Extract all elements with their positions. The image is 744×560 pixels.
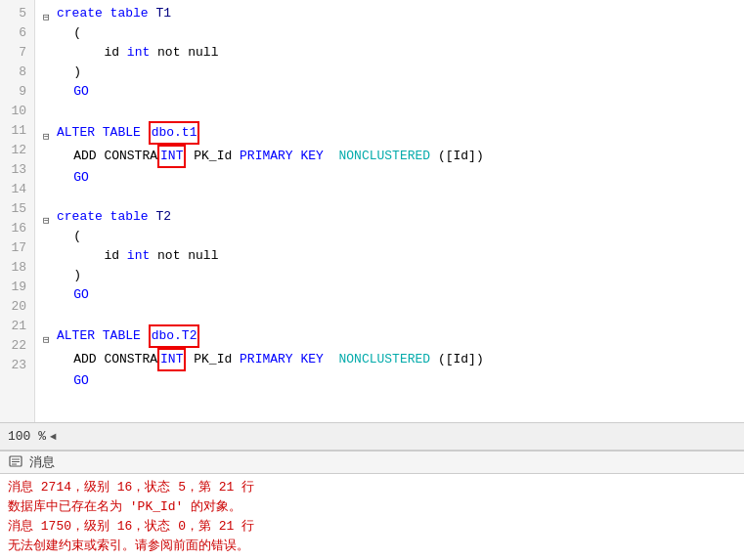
line-number: 21 bbox=[0, 317, 34, 336]
line-number: 17 bbox=[0, 238, 34, 258]
line-number: 9 bbox=[0, 82, 34, 102]
line-number: 7 bbox=[0, 43, 34, 63]
collapse-icon[interactable]: ⊟ bbox=[43, 330, 55, 342]
code-token: id bbox=[43, 43, 127, 63]
code-token: T1 bbox=[155, 4, 171, 23]
messages-label: 消息 bbox=[29, 453, 55, 471]
code-token: T2 bbox=[155, 207, 171, 227]
code-token: ALTER TABLE bbox=[57, 326, 149, 346]
code-token: PRIMARY KEY bbox=[240, 350, 324, 369]
code-token: ( bbox=[43, 227, 81, 246]
line-number: 5 bbox=[0, 4, 34, 23]
scroll-arrow[interactable]: ◄ bbox=[50, 431, 57, 443]
code-line: ADD CONSTRAINT PK_Id PRIMARY KEY NONCLUS… bbox=[43, 348, 736, 371]
code-token: ) bbox=[43, 63, 81, 82]
code-token: PK_Id bbox=[186, 350, 240, 369]
code-token bbox=[324, 147, 339, 166]
code-token: ) bbox=[43, 266, 81, 285]
line-number: 11 bbox=[0, 121, 34, 141]
code-token: GO bbox=[43, 82, 89, 102]
code-token: ( bbox=[43, 23, 81, 43]
code-token: PRIMARY KEY bbox=[240, 147, 324, 166]
collapse-icon[interactable]: ⊟ bbox=[43, 8, 55, 20]
code-line: ⊟ALTER TABLE dbo.T2 bbox=[43, 324, 736, 348]
code-line: ) bbox=[43, 266, 736, 285]
collapse-icon[interactable]: ⊟ bbox=[43, 211, 55, 223]
code-container: 567891011121314151617181920212223 ⊟creat… bbox=[0, 0, 744, 422]
message-line: 消息 2714，级别 16，状态 5，第 21 行 bbox=[8, 478, 736, 497]
code-token: PK_Id bbox=[186, 147, 240, 166]
code-token: GO bbox=[43, 285, 89, 305]
code-line: ( bbox=[43, 227, 736, 246]
code-token: not null bbox=[150, 246, 218, 266]
code-token bbox=[324, 350, 339, 369]
code-line: id int not null bbox=[43, 43, 736, 63]
code-line: id int not null bbox=[43, 246, 736, 266]
code-token: int bbox=[127, 43, 150, 63]
message-icon bbox=[8, 454, 23, 470]
code-line: GO bbox=[43, 285, 736, 305]
code-token: not null bbox=[150, 43, 218, 63]
code-token: ALTER TABLE bbox=[57, 123, 149, 143]
line-number: 10 bbox=[0, 102, 34, 121]
editor-area: 567891011121314151617181920212223 ⊟creat… bbox=[0, 0, 744, 422]
messages-panel: 消息 消息 2714，级别 16，状态 5，第 21 行数据库中已存在名为 'P… bbox=[0, 450, 744, 560]
message-line: 无法创建约束或索引。请参阅前面的错误。 bbox=[8, 537, 736, 556]
code-line: ADD CONSTRAINT PK_Id PRIMARY KEY NONCLUS… bbox=[43, 145, 736, 168]
line-number: 16 bbox=[0, 219, 34, 238]
line-number: 19 bbox=[0, 278, 34, 297]
messages-header: 消息 bbox=[0, 452, 744, 474]
highlight-token: INT bbox=[157, 145, 186, 168]
code-line: GO bbox=[43, 168, 736, 188]
code-token: GO bbox=[43, 371, 89, 391]
highlight-token: dbo.t1 bbox=[149, 121, 200, 145]
code-line bbox=[43, 305, 736, 324]
line-number: 23 bbox=[0, 356, 34, 375]
line-number: 22 bbox=[0, 336, 34, 356]
code-line: GO bbox=[43, 82, 736, 102]
zoom-level: 100 % bbox=[8, 429, 46, 444]
code-token: int bbox=[127, 246, 150, 266]
code-line bbox=[43, 102, 736, 121]
code-token: ([Id]) bbox=[430, 147, 484, 166]
code-line bbox=[43, 188, 736, 207]
code-line: ( bbox=[43, 23, 736, 43]
code-line: ) bbox=[43, 63, 736, 82]
code-token: NONCLUSTERED bbox=[338, 147, 430, 166]
code-line: ⊟create table T2 bbox=[43, 207, 736, 227]
code-content[interactable]: ⊟create table T1 ( id int not null ) GO⊟… bbox=[35, 0, 744, 422]
code-line: ⊟ALTER TABLE dbo.t1 bbox=[43, 121, 736, 145]
code-token: create table bbox=[57, 207, 155, 227]
highlight-token: INT bbox=[157, 348, 186, 371]
code-line: GO bbox=[43, 371, 736, 391]
code-token: ADD CONSTRA bbox=[43, 147, 157, 166]
message-line: 数据库中已存在名为 'PK_Id' 的对象。 bbox=[8, 497, 736, 517]
code-token: ([Id]) bbox=[430, 350, 484, 369]
line-number: 6 bbox=[0, 23, 34, 43]
messages-body: 消息 2714，级别 16，状态 5，第 21 行数据库中已存在名为 'PK_I… bbox=[0, 474, 744, 560]
line-number: 18 bbox=[0, 258, 34, 278]
line-number: 14 bbox=[0, 180, 34, 199]
status-bar: 100 % ◄ bbox=[0, 422, 744, 450]
code-token: ADD CONSTRA bbox=[43, 350, 157, 369]
message-line: 消息 1750，级别 16，状态 0，第 21 行 bbox=[8, 517, 736, 537]
line-number: 13 bbox=[0, 160, 34, 180]
line-number: 8 bbox=[0, 63, 34, 82]
code-token: create table bbox=[57, 4, 155, 23]
code-token: id bbox=[43, 246, 127, 266]
line-numbers: 567891011121314151617181920212223 bbox=[0, 0, 35, 422]
code-line: ⊟create table T1 bbox=[43, 4, 736, 23]
line-number: 15 bbox=[0, 199, 34, 219]
line-number: 20 bbox=[0, 297, 34, 317]
line-number: 12 bbox=[0, 141, 34, 160]
code-token: GO bbox=[43, 168, 89, 188]
code-token: NONCLUSTERED bbox=[338, 350, 430, 369]
collapse-icon[interactable]: ⊟ bbox=[43, 127, 55, 139]
highlight-token: dbo.T2 bbox=[149, 324, 200, 348]
